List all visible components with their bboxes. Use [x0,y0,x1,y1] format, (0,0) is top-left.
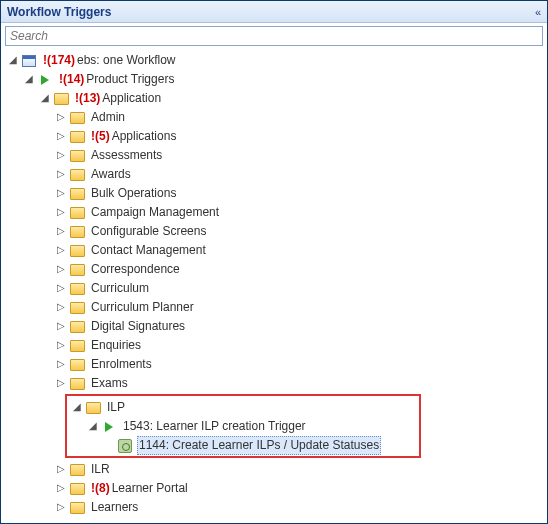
toggle-collapsed-icon[interactable]: ▷ [55,300,67,315]
search-wrap [1,23,547,49]
node-label[interactable]: Configurable Screens [89,223,208,240]
toggle-collapsed-icon[interactable]: ▷ [55,167,67,182]
folder-icon [69,462,85,478]
tree-node-folder[interactable]: ▷ILR [3,460,545,479]
folder-icon [69,338,85,354]
node-label[interactable]: Contact Management [89,242,208,259]
toggle-expanded-icon[interactable]: ◢ [87,419,99,434]
folder-icon [69,319,85,335]
tree-node-product[interactable]: ◢ !(14)Product Triggers [3,70,545,89]
node-label[interactable]: Campaign Management [89,204,221,221]
node-label[interactable]: Digital Signatures [89,318,187,335]
folder-icon [69,262,85,278]
tree-node-ilp-trigger[interactable]: ◢ 1543: Learner ILP creation Trigger [69,417,417,436]
toggle-collapsed-icon[interactable]: ▷ [55,224,67,239]
toggle-collapsed-icon[interactable]: ▷ [55,376,67,391]
toggle-collapsed-icon[interactable]: ▷ [55,110,67,125]
toggle-collapsed-icon[interactable]: ▷ [55,338,67,353]
panel-title: Workflow Triggers [7,5,111,19]
collapse-icon[interactable]: « [535,6,541,18]
window-icon [21,53,37,69]
toggle-collapsed-icon[interactable]: ▷ [55,319,67,334]
arrow-right-icon [101,419,117,435]
toggle-expanded-icon[interactable]: ◢ [23,72,35,87]
folder-icon [69,110,85,126]
tree-node-folder[interactable]: ▷Assessments [3,146,545,165]
tree: ◢ !(174)ebs: one Workflow ◢ !(14)Product… [1,49,547,521]
folder-icon [69,481,85,497]
tree-node-folder[interactable]: ▷Curriculum Planner [3,298,545,317]
panel-header: Workflow Triggers « [1,1,547,23]
tree-node-folder[interactable]: ▷Correspondence [3,260,545,279]
node-label[interactable]: Curriculum Planner [89,299,196,316]
search-input[interactable] [5,26,543,46]
node-label[interactable]: Assessments [89,147,164,164]
toggle-expanded-icon[interactable]: ◢ [39,91,51,106]
node-label[interactable]: Enrolments [89,356,154,373]
folder-icon [69,300,85,316]
node-label[interactable]: ILR [89,461,112,478]
tree-node-folder[interactable]: ▷Exams [3,374,545,393]
node-label[interactable]: Curriculum [89,280,151,297]
folder-icon [85,400,101,416]
toggle-collapsed-icon[interactable]: ▷ [55,186,67,201]
tree-node-folder[interactable]: ▷Enrolments [3,355,545,374]
node-label[interactable]: Admin [89,109,127,126]
folder-icon [69,167,85,183]
node-label[interactable]: Awards [89,166,133,183]
tree-node-application[interactable]: ◢ !(13)Application [3,89,545,108]
toggle-collapsed-icon[interactable]: ▷ [55,148,67,163]
node-label[interactable]: 1543: Learner ILP creation Trigger [121,418,308,435]
toggle-collapsed-icon[interactable]: ▷ [55,281,67,296]
folder-icon [69,129,85,145]
folder-icon [69,224,85,240]
node-label[interactable]: !(14)Product Triggers [57,71,176,88]
node-label[interactable]: Enquiries [89,337,143,354]
folder-icon [69,357,85,373]
tree-node-folder[interactable]: ▷Curriculum [3,279,545,298]
tree-node-ilp-process[interactable]: ▷ 1144: Create Learner ILPs / Update Sta… [69,436,417,455]
node-label[interactable]: !(8)Learner Portal [89,480,190,497]
toggle-collapsed-icon[interactable]: ▷ [55,205,67,220]
toggle-expanded-icon[interactable]: ◢ [71,400,83,415]
tree-node-folder[interactable]: ▷Bulk Operations [3,184,545,203]
node-label[interactable]: ILP [105,399,127,416]
tree-node-folder[interactable]: ▷!(8)Learner Portal [3,479,545,498]
tree-node-ilp[interactable]: ◢ ILP [69,398,417,417]
node-label[interactable]: Correspondence [89,261,182,278]
node-label[interactable]: Exams [89,375,130,392]
tree-node-folder[interactable]: ▷Campaign Management [3,203,545,222]
tree-node-folder[interactable]: ▷Admin [3,108,545,127]
toggle-collapsed-icon[interactable]: ▷ [55,262,67,277]
toggle-collapsed-icon[interactable]: ▷ [55,462,67,477]
toggle-collapsed-icon[interactable]: ▷ [55,500,67,515]
folder-icon [69,186,85,202]
tree-node-folder[interactable]: ▷Configurable Screens [3,222,545,241]
folder-icon [53,91,69,107]
node-label[interactable]: Learners [89,499,140,516]
arrow-right-icon [37,72,53,88]
tree-node-folder[interactable]: ▷Enquiries [3,336,545,355]
toggle-collapsed-icon[interactable]: ▷ [55,481,67,496]
tree-node-folder[interactable]: ▷Contact Management [3,241,545,260]
folder-icon [69,148,85,164]
tree-node-folder[interactable]: ▷!(5)Applications [3,127,545,146]
toggle-expanded-icon[interactable]: ◢ [7,53,19,68]
node-label-selected[interactable]: 1144: Create Learner ILPs / Update Statu… [137,436,381,455]
tree-node-folder[interactable]: ▷Digital Signatures [3,317,545,336]
toggle-collapsed-icon[interactable]: ▷ [55,243,67,258]
folder-icon [69,243,85,259]
callout-ilp: ◢ ILP ◢ 1543: Learner ILP creation Trigg… [65,394,421,458]
node-label[interactable]: !(174)ebs: one Workflow [41,52,178,69]
node-label[interactable]: Bulk Operations [89,185,178,202]
toggle-collapsed-icon[interactable]: ▷ [55,129,67,144]
toggle-collapsed-icon[interactable]: ▷ [55,357,67,372]
tree-node-folder[interactable]: ▷Learners [3,498,545,517]
node-label[interactable]: !(5)Applications [89,128,178,145]
node-label[interactable]: !(13)Application [73,90,163,107]
tree-node-folder[interactable]: ▷Awards [3,165,545,184]
folder-icon [69,205,85,221]
folder-icon [69,500,85,516]
folder-icon [69,376,85,392]
tree-node-root[interactable]: ◢ !(174)ebs: one Workflow [3,51,545,70]
